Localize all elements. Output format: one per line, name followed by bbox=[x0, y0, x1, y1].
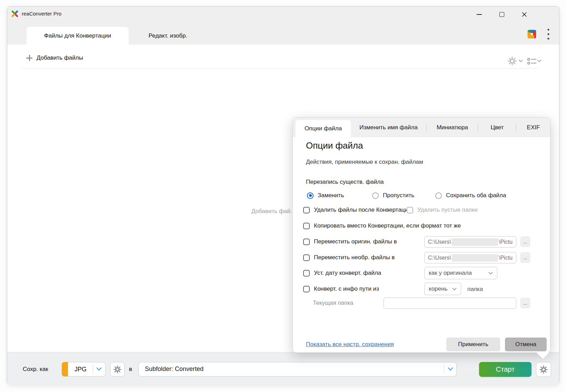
start-button[interactable]: Старт bbox=[479, 362, 532, 377]
format-select[interactable]: JPG bbox=[62, 362, 106, 376]
gear-icon bbox=[539, 365, 548, 374]
checkbox-move-original[interactable]: Переместить оригин. файлы в bbox=[303, 238, 397, 245]
destination-value: Subfolder: Converted bbox=[145, 365, 203, 373]
app-window: reaConverter Pro Файлы для Конвертации Р… bbox=[7, 6, 559, 385]
tab-edit-images[interactable]: Редакт. изобр. bbox=[129, 27, 207, 44]
toolbar-divider bbox=[22, 68, 538, 69]
checkbox-label: Переместить необр. файлы в bbox=[314, 254, 395, 261]
browse-button[interactable]: ... bbox=[520, 298, 530, 308]
show-all-save-settings-link[interactable]: Показать все настр. сохранения bbox=[306, 341, 394, 348]
path-suffix: \Pictu bbox=[499, 255, 513, 261]
checkbox-label: Копировать вместо Конвертации, если форм… bbox=[314, 222, 461, 229]
radio-label: Пропустить bbox=[383, 192, 414, 199]
checkbox-label: Переместить оригин. файлы в bbox=[314, 238, 397, 245]
checkbox-icon bbox=[407, 207, 413, 213]
browse-button[interactable]: ... bbox=[520, 237, 530, 247]
browse-label: ... bbox=[523, 255, 527, 260]
dialog-subtitle: Действия, применяемые к сохран. файлам bbox=[306, 159, 423, 165]
radio-icon bbox=[307, 192, 314, 199]
plus-icon bbox=[26, 55, 32, 61]
empty-list-hint: Добавить фай. bbox=[251, 208, 292, 215]
redacted-username bbox=[452, 254, 498, 262]
current-folder-label: Текущая папка bbox=[313, 300, 354, 306]
checkbox-icon bbox=[303, 286, 310, 292]
gear-icon bbox=[113, 365, 121, 373]
chevron-down-icon[interactable] bbox=[519, 60, 523, 62]
apply-button[interactable]: Применить bbox=[446, 338, 500, 351]
tab-label: Файлы для Конвертации bbox=[44, 32, 111, 39]
move-unprocessed-path-field[interactable]: C:\Users\ \Pictu bbox=[424, 252, 516, 263]
tab-label: Редакт. изобр. bbox=[149, 32, 188, 39]
chevron-down-icon bbox=[96, 367, 102, 371]
browse-label: ... bbox=[523, 300, 527, 306]
gear-icon bbox=[508, 57, 517, 66]
save-settings-button[interactable] bbox=[536, 362, 551, 377]
view-options-button[interactable] bbox=[527, 58, 537, 65]
date-mode-select[interactable]: как у оригинала bbox=[424, 267, 497, 279]
app-logo-icon bbox=[11, 10, 19, 18]
conversion-settings-button[interactable] bbox=[507, 56, 517, 66]
save-bar: Сохр. как JPG в Subfolder: Converted bbox=[7, 352, 559, 385]
current-folder-field[interactable] bbox=[384, 298, 516, 309]
close-button[interactable] bbox=[518, 9, 530, 20]
chevron-down-icon bbox=[452, 288, 457, 291]
chevron-down-icon[interactable] bbox=[537, 60, 541, 62]
checkbox-label: Уст. дату конверт. файла bbox=[314, 270, 381, 277]
cancel-button[interactable]: Отмена bbox=[505, 338, 547, 351]
browse-button[interactable]: ... bbox=[520, 252, 530, 263]
menu-dots-icon bbox=[547, 28, 549, 40]
chevron-down-icon bbox=[448, 367, 453, 371]
checkbox-copy-instead[interactable]: Копировать вместо Конвертации, если форм… bbox=[303, 222, 461, 229]
in-label: в bbox=[129, 366, 132, 373]
checkbox-icon bbox=[303, 270, 310, 277]
window-title: reaConverter Pro bbox=[22, 11, 61, 17]
radio-replace[interactable]: Заменить bbox=[307, 192, 344, 199]
radio-label: Сохранить оба файла bbox=[446, 192, 506, 199]
title-bar: reaConverter Pro Файлы для Конвертации Р… bbox=[7, 7, 559, 44]
checkbox-move-unprocessed[interactable]: Переместить необр. файлы в bbox=[303, 254, 395, 261]
move-original-path-field[interactable]: C:\Users\ \Pictu bbox=[424, 236, 516, 248]
select-separator bbox=[93, 365, 93, 374]
checkbox-delete-after-conversion[interactable]: Удалить файлы после Конвертации bbox=[303, 207, 411, 213]
radio-keep-both[interactable]: Сохранить оба файла bbox=[435, 192, 506, 199]
add-files-label: Добавить файлы bbox=[37, 54, 83, 61]
dialog-title: Опции файла bbox=[306, 140, 363, 151]
add-files-button[interactable]: Добавить файлы bbox=[26, 53, 83, 63]
checkbox-set-date[interactable]: Уст. дату конверт. файла bbox=[303, 270, 381, 277]
path-root-select[interactable]: корень bbox=[424, 283, 461, 295]
checkbox-delete-empty-folders[interactable]: Удалить пустые папки bbox=[407, 207, 478, 213]
brand-logo-icon bbox=[525, 27, 539, 41]
checkbox-label: Удалить пустые папки bbox=[417, 207, 478, 213]
menu-button[interactable] bbox=[544, 27, 553, 42]
radio-icon bbox=[435, 192, 442, 199]
radio-skip[interactable]: Пропустить bbox=[372, 192, 414, 199]
select-separator bbox=[444, 365, 444, 374]
folder-suffix-label: папка bbox=[467, 286, 483, 293]
checkbox-convert-with-path-info[interactable]: Конверт. с инфо пути из bbox=[303, 285, 379, 292]
checkbox-icon bbox=[303, 223, 310, 229]
checkbox-icon bbox=[303, 207, 310, 213]
maximize-icon bbox=[499, 12, 504, 17]
destination-select[interactable]: Subfolder: Converted bbox=[138, 362, 457, 376]
chevron-down-icon bbox=[488, 272, 493, 275]
save-options-dialog: Опции файла Изменить имя файла Миниатюра… bbox=[292, 117, 550, 353]
radio-icon bbox=[372, 192, 379, 199]
save-as-label: Сохр. как bbox=[23, 366, 48, 373]
browse-label: ... bbox=[523, 239, 527, 244]
minimize-icon bbox=[477, 14, 482, 15]
format-settings-button[interactable] bbox=[110, 362, 125, 376]
checkbox-icon bbox=[303, 239, 310, 245]
maximize-button[interactable] bbox=[496, 9, 508, 20]
format-color-stripe bbox=[62, 362, 68, 376]
redacted-username bbox=[452, 238, 498, 246]
path-prefix: C:\Users\ bbox=[428, 255, 451, 261]
checkbox-label: Конверт. с инфо пути из bbox=[314, 285, 379, 292]
view-options-icon bbox=[527, 58, 537, 65]
checkbox-label: Удалить файлы после Конвертации bbox=[314, 207, 411, 213]
format-value: JPG bbox=[68, 362, 93, 376]
path-prefix: C:\Users\ bbox=[428, 239, 451, 245]
minimize-button[interactable] bbox=[473, 9, 485, 20]
tab-files-for-conversion[interactable]: Файлы для Конвертации bbox=[27, 27, 129, 44]
overwrite-section-label: Перезапись существ. файла bbox=[306, 179, 384, 185]
select-value: как у оригинала bbox=[429, 270, 472, 277]
